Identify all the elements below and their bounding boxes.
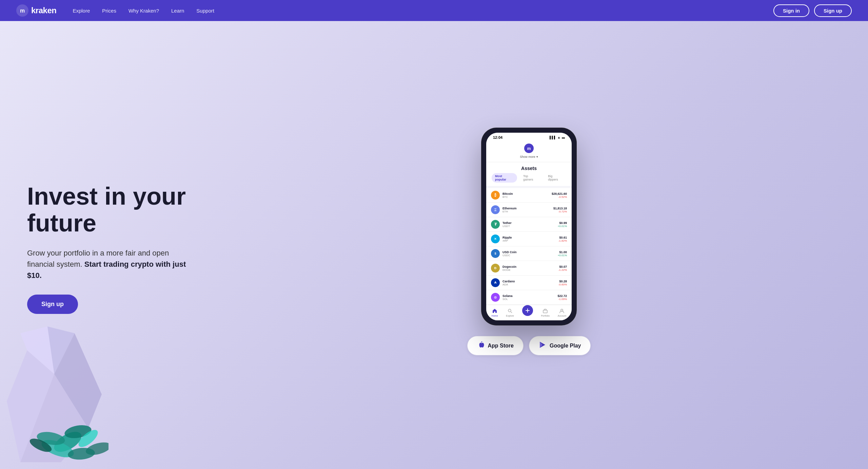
phone-status-icons: ▌▌▌ ▲ ▬ xyxy=(550,136,565,139)
btc-symbol: BTC xyxy=(502,195,549,199)
btc-icon: ₿ xyxy=(491,191,500,200)
account-icon xyxy=(559,308,565,314)
eth-price: $1,813.18 xyxy=(553,207,567,210)
portfolio-icon xyxy=(542,308,548,314)
phone-nav-home[interactable]: Home xyxy=(492,308,498,317)
phone-app-header: m Show more ▾ xyxy=(486,141,572,162)
apple-icon xyxy=(477,341,485,350)
hero-title: Invest in your future xyxy=(27,183,217,237)
nav-logo-text: kraken xyxy=(31,6,56,15)
phone-asset-tabs: Most popular Top gainers Big dippers xyxy=(486,173,572,186)
phone-assets-title: Assets xyxy=(486,162,572,173)
asset-row-usdc[interactable]: $ USD Coin USDC $1.00 +0.01% xyxy=(486,246,572,261)
phone-asset-list: ₿ Bitcoin BTC $28,621.60 -0.52% Ξ xyxy=(486,188,572,305)
nav-link-support[interactable]: Support xyxy=(196,8,214,14)
usdt-price: $0.99 xyxy=(558,221,567,225)
battery-icon: ▬ xyxy=(562,136,565,139)
ada-price: $0.28 xyxy=(558,280,567,283)
phone-nav-explore[interactable]: Explore xyxy=(506,308,514,317)
usdt-name: Tether xyxy=(502,221,555,225)
xrp-symbol: XRP xyxy=(502,239,556,242)
chevron-down-icon: ▾ xyxy=(536,155,538,158)
phone-status-bar: 12:04 ▌▌▌ ▲ ▬ xyxy=(486,133,572,141)
sol-change: -1.09% xyxy=(557,298,567,301)
usdt-icon: ₮ xyxy=(491,220,500,229)
phone-frame: 12:04 ▌▌▌ ▲ ▬ m xyxy=(481,128,576,325)
xrp-icon: ✕ xyxy=(491,234,500,243)
doge-symbol: DOGE xyxy=(502,268,556,271)
eth-icon: Ξ xyxy=(491,205,500,214)
asset-row-ada[interactable]: ₳ Cardano ADA $0.28 -0.60% xyxy=(486,276,572,290)
nav-link-prices[interactable]: Prices xyxy=(102,8,116,14)
asset-row-eth[interactable]: Ξ Ethereum ETH $1,813.18 -0.72% xyxy=(486,203,572,217)
btc-change: -0.52% xyxy=(552,195,567,199)
svg-point-20 xyxy=(561,309,563,311)
svg-text:m: m xyxy=(20,8,25,14)
hero-section: Invest in your future Grow your portfoli… xyxy=(0,21,868,469)
eth-change: -0.72% xyxy=(553,210,567,213)
phone-mockup: 12:04 ▌▌▌ ▲ ▬ m xyxy=(481,128,576,325)
search-icon xyxy=(507,308,513,314)
google-play-icon xyxy=(539,341,546,350)
sol-icon: ◎ xyxy=(491,293,500,302)
usdc-name: USD Coin xyxy=(502,250,555,254)
xrp-name: Ripple xyxy=(502,236,556,239)
hero-right: 12:04 ▌▌▌ ▲ ▬ m xyxy=(217,128,841,355)
asset-row-doge[interactable]: Ð Dogecoin DOGE $0.07 -1.22% xyxy=(486,261,572,276)
asset-row-usdt[interactable]: ₮ Tether USDT $0.99 +0.01% xyxy=(486,217,572,232)
phone-tab-top-gainers[interactable]: Top gainers xyxy=(520,173,542,183)
doge-name: Dogecoin xyxy=(502,265,556,268)
usdc-change: +0.01% xyxy=(558,254,567,257)
nav-link-explore[interactable]: Explore xyxy=(73,8,90,14)
phone-kraken-logo: m xyxy=(524,144,534,153)
usdc-price: $1.00 xyxy=(558,250,567,254)
nav-links: Explore Prices Why Kraken? Learn Support xyxy=(73,8,773,14)
btc-name: Bitcoin xyxy=(502,192,549,195)
home-icon xyxy=(492,308,498,314)
doge-icon: Ð xyxy=(491,264,500,273)
google-play-button[interactable]: Google Play xyxy=(529,336,591,355)
asset-row-btc[interactable]: ₿ Bitcoin BTC $28,621.60 -0.52% xyxy=(486,188,572,203)
svg-text:m: m xyxy=(527,146,531,151)
svg-rect-19 xyxy=(543,310,547,313)
app-store-buttons: App Store Google Play xyxy=(467,336,591,355)
hero-subtitle: Grow your portfolio in a more fair and o… xyxy=(27,247,190,281)
nav-logo[interactable]: m kraken xyxy=(16,4,56,17)
usdc-icon: $ xyxy=(491,249,500,258)
asset-row-xrp[interactable]: ✕ Ripple XRP $0.61 -1.82% xyxy=(486,232,572,246)
kraken-logo-icon: m xyxy=(16,4,28,17)
eth-symbol: ETH xyxy=(502,210,551,213)
signup-nav-button[interactable]: Sign up xyxy=(814,4,852,17)
svg-line-18 xyxy=(511,312,512,313)
nav-link-why-kraken[interactable]: Why Kraken? xyxy=(129,8,159,14)
nav-link-learn[interactable]: Learn xyxy=(171,8,184,14)
signup-hero-button[interactable]: Sign up xyxy=(27,295,78,314)
app-store-button[interactable]: App Store xyxy=(467,336,524,355)
phone-nav-portfolio[interactable]: Portfolio xyxy=(541,308,550,317)
wifi-icon: ▲ xyxy=(557,136,560,139)
phone-nav-account[interactable]: Account xyxy=(558,308,566,317)
svg-point-17 xyxy=(508,309,511,312)
hero-left: Invest in your future Grow your portfoli… xyxy=(27,169,217,314)
sol-price: $22.72 xyxy=(557,294,567,298)
phone-nav-trade[interactable] xyxy=(522,308,533,317)
asset-row-sol[interactable]: ◎ Solana SOL $22.72 -1.09% xyxy=(486,290,572,305)
doge-price: $0.07 xyxy=(558,265,567,268)
ada-icon: ₳ xyxy=(491,278,500,287)
phone-tab-big-dippers[interactable]: Big dippers xyxy=(545,173,566,183)
sol-symbol: SOL xyxy=(502,298,555,301)
phone-bottom-nav: Home Explore xyxy=(486,305,572,320)
phone-show-more[interactable]: Show more ▾ xyxy=(492,155,566,158)
trade-center-icon xyxy=(522,305,533,316)
xrp-change: -1.82% xyxy=(558,239,567,242)
xrp-price: $0.61 xyxy=(558,236,567,239)
btc-price: $28,621.60 xyxy=(552,192,567,195)
phone-tab-most-popular[interactable]: Most popular xyxy=(492,173,517,183)
app-store-label: App Store xyxy=(488,343,514,349)
signin-button[interactable]: Sign in xyxy=(773,4,809,17)
usdt-symbol: USDT xyxy=(502,225,555,228)
navbar: m kraken Explore Prices Why Kraken? Lear… xyxy=(0,0,868,21)
nav-actions: Sign in Sign up xyxy=(773,4,852,17)
ada-change: -0.60% xyxy=(558,283,567,286)
ada-symbol: ADA xyxy=(502,283,556,286)
